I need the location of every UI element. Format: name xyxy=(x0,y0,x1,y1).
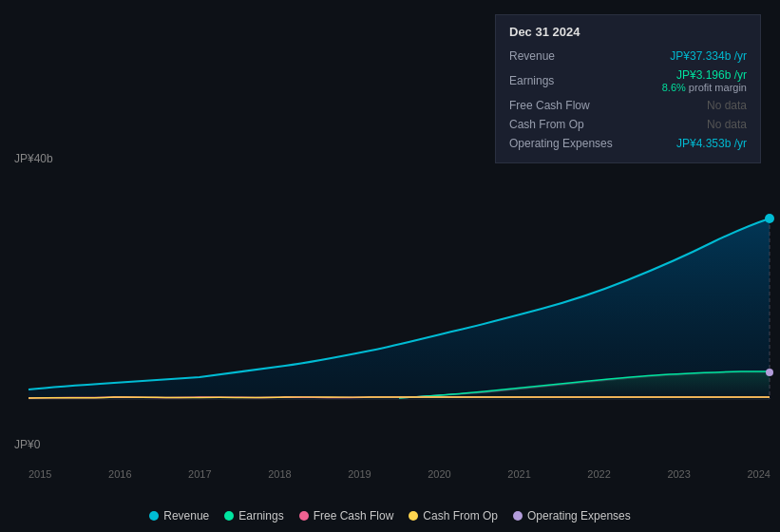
chart-area xyxy=(0,147,780,461)
legend-dot-opex xyxy=(513,511,523,521)
tooltip-row-earnings: Earnings JP¥3.196b /yr 8.6% profit margi… xyxy=(509,66,747,96)
x-label-2023: 2023 xyxy=(667,468,690,480)
profit-margin: 8.6% profit margin xyxy=(662,82,747,93)
tooltip-value-opex: JP¥4.353b /yr xyxy=(676,137,747,150)
x-label-2020: 2020 xyxy=(428,468,450,480)
tooltip-label-earnings: Earnings xyxy=(509,74,614,87)
x-label-2018: 2018 xyxy=(268,468,291,480)
tooltip-row-cashfromop: Cash From Op No data xyxy=(509,115,747,134)
tooltip-value-fcf: No data xyxy=(707,99,747,112)
legend-label-opex: Operating Expenses xyxy=(527,509,631,522)
x-label-2022: 2022 xyxy=(587,468,610,480)
x-label-2021: 2021 xyxy=(507,468,530,480)
legend-dot-cashfromop xyxy=(409,511,418,521)
tooltip-row-opex: Operating Expenses JP¥4.353b /yr xyxy=(509,134,747,153)
tooltip-row-fcf: Free Cash Flow No data xyxy=(509,96,747,115)
x-label-2015: 2015 xyxy=(29,468,51,480)
tooltip-label-fcf: Free Cash Flow xyxy=(509,99,614,112)
revenue-endpoint xyxy=(765,214,774,223)
legend-item-cashfromop[interactable]: Cash From Op xyxy=(409,509,498,522)
tooltip-row-revenue: Revenue JP¥37.334b /yr xyxy=(509,47,747,66)
x-label-2016: 2016 xyxy=(108,468,131,480)
legend-item-fcf[interactable]: Free Cash Flow xyxy=(299,509,394,522)
opex-endpoint xyxy=(766,369,773,376)
tooltip-value-earnings: JP¥3.196b /yr xyxy=(662,68,747,82)
x-label-2019: 2019 xyxy=(348,468,371,480)
tooltip-label-opex: Operating Expenses xyxy=(509,137,614,150)
legend-label-cashfromop: Cash From Op xyxy=(423,509,498,522)
legend-dot-fcf xyxy=(299,511,309,521)
x-label-2024: 2024 xyxy=(747,468,770,480)
legend-label-earnings: Earnings xyxy=(238,509,283,522)
legend-item-earnings[interactable]: Earnings xyxy=(224,509,283,522)
legend-label-revenue: Revenue xyxy=(163,509,209,522)
legend-dot-revenue xyxy=(149,511,159,521)
chart-legend[interactable]: Revenue Earnings Free Cash Flow Cash Fro… xyxy=(0,509,780,522)
tooltip-label-cashfromop: Cash From Op xyxy=(509,118,614,131)
revenue-fill xyxy=(29,218,770,399)
tooltip-value-revenue: JP¥37.334b /yr xyxy=(670,49,747,63)
x-axis: 2015 2016 2017 2018 2019 2020 2021 2022 … xyxy=(29,468,770,480)
tooltip-date: Dec 31 2024 xyxy=(509,25,747,39)
legend-dot-earnings xyxy=(224,511,234,521)
legend-item-revenue[interactable]: Revenue xyxy=(149,509,209,522)
tooltip-label-revenue: Revenue xyxy=(509,49,614,63)
data-tooltip: Dec 31 2024 Revenue JP¥37.334b /yr Earni… xyxy=(495,14,761,163)
chart-svg xyxy=(0,147,780,461)
legend-label-fcf: Free Cash Flow xyxy=(314,509,394,522)
legend-item-opex[interactable]: Operating Expenses xyxy=(513,509,631,522)
tooltip-value-cashfromop: No data xyxy=(707,118,747,131)
x-label-2017: 2017 xyxy=(188,468,211,480)
